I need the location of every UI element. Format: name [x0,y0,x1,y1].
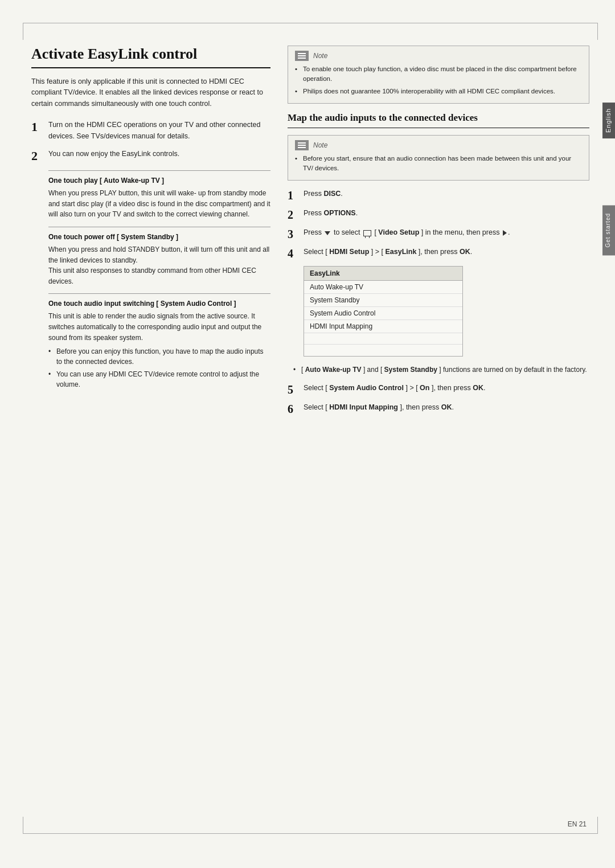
note-content-1: To enable one touch play function, a vid… [295,64,582,96]
subsection-one-touch-play: One touch play [ Auto Wake-up TV ] When … [48,170,270,220]
language-tab: English [602,103,615,138]
right-step-num-3: 3 [288,227,298,241]
right-step-4: 4 Select [ HDMI Setup ] > [ EasyLink ], … [288,247,589,260]
subsection-body-3: This unit is able to render the audio si… [48,311,270,343]
note-icon-lines-2 [298,142,306,148]
note-bullets-1: To enable one touch play function, a vid… [295,64,582,96]
right-step-3: 3 Press to select [ Video Setup ] in the… [288,227,589,241]
table-row: Auto Wake-up TV [304,281,462,294]
right-step-num-6: 6 [288,402,298,416]
step-number-2: 2 [31,149,43,163]
right-border-bottom [597,817,598,834]
right-step-content-4: Select [ HDMI Setup ] > [ EasyLink ], th… [304,247,589,257]
step-number-1: 1 [31,120,43,134]
right-step-content-1: Press DISC. [304,189,589,199]
page-container: English Get started Activate EasyLink co… [0,0,615,868]
note-icon-line [298,142,306,144]
note-bullet: Philips does not guarantee 100% interope… [295,87,582,96]
intro-text: This feature is only applicable if this … [31,76,270,109]
right-step-num-5: 5 [288,383,298,396]
easylink-table: EasyLink Auto Wake-up TV System Standby … [304,266,463,357]
table-row: System Audio Control [304,307,462,320]
table-note-container: [ Auto Wake-up TV ] and [ System Standby… [293,365,589,375]
note-label-1: Note [313,52,327,60]
table-note-list: [ Auto Wake-up TV ] and [ System Standby… [293,365,589,375]
note-icon-1 [295,51,309,61]
note-label-2: Note [313,141,327,149]
arrow-right-icon [503,230,507,236]
table-row-empty [304,333,462,345]
section-tab: Get started [602,205,615,255]
note-icon-line [298,58,306,59]
easylink-table-header: EasyLink [304,267,462,281]
subsection-audio-switching: One touch audio input switching [ System… [48,293,270,390]
main-title: Activate EasyLink control [31,46,270,68]
note-bullets-2: Before you start, ensure that an audio c… [295,154,582,174]
bullet-item: You can use any HDMI CEC TV/device remot… [48,369,270,390]
subsection-body-2: When you press and hold STANDBY button, … [48,244,270,286]
subsection-title-1: One touch play [ Auto Wake-up TV ] [48,177,270,185]
arrow-down-icon [325,231,330,235]
step-content-1: Turn on the HDMI CEC operations on your … [48,120,270,142]
right-step-content-3: Press to select [ Video Setup ] in the m… [304,227,589,238]
right-step-num-4: 4 [288,247,298,260]
left-step-1: 1 Turn on the HDMI CEC operations on you… [31,120,270,142]
left-border-bottom [23,817,23,834]
top-border [23,23,598,23]
section-heading: Map the audio inputs to the connected de… [288,112,589,128]
monitor-icon [363,230,371,236]
subsection-body-1: When you press PLAY button, this unit wi… [48,188,270,220]
right-step-num-2: 2 [288,208,298,222]
right-step-content-5: Select [ System Audio Control ] > [ On ]… [304,383,589,394]
note-header-2: Note [295,140,582,150]
note-box-2: Note Before you start, ensure that an au… [288,135,589,181]
note-icon-line [298,147,306,148]
table-note-bullet: [ Auto Wake-up TV ] and [ System Standby… [293,365,589,375]
right-step-content-2: Press OPTIONS. [304,208,589,219]
note-icon-line [298,53,306,54]
right-step-2: 2 Press OPTIONS. [288,208,589,222]
right-step-num-1: 1 [288,189,298,202]
content-area: Activate EasyLink control This feature i… [31,46,589,811]
left-column: Activate EasyLink control This feature i… [31,46,270,811]
left-border-top [23,23,23,40]
subsection-power-off: One touch power off [ System Standby ] W… [48,227,270,286]
step-content-2: You can now enjoy the EasyLink controls. [48,149,270,159]
left-step-2: 2 You can now enjoy the EasyLink control… [31,149,270,163]
table-row-empty [304,345,462,356]
subsection-title-2: One touch power off [ System Standby ] [48,233,270,241]
note-header-1: Note [295,51,582,61]
note-icon-lines [298,53,306,59]
bottom-border [23,833,598,834]
table-row: System Standby [304,294,462,307]
right-step-1: 1 Press DISC. [288,189,589,202]
subsection-title-3: One touch audio input switching [ System… [48,300,270,308]
page-footer: EN 21 [568,820,587,828]
note-icon-line [298,145,306,146]
subsection-bullets-3: Before you can enjoy this function, you … [48,346,270,390]
right-border-top [597,23,598,40]
note-icon-2 [295,140,309,150]
right-step-content-6: Select [ HDMI Input Mapping ], then pres… [304,402,589,413]
right-step-6: 6 Select [ HDMI Input Mapping ], then pr… [288,402,589,416]
table-row: HDMI Input Mapping [304,320,462,333]
note-bullet: To enable one touch play function, a vid… [295,64,582,84]
note-bullet: Before you start, ensure that an audio c… [295,154,582,174]
right-step-5: 5 Select [ System Audio Control ] > [ On… [288,383,589,396]
note-box-1: Note To enable one touch play function, … [288,46,589,104]
note-content-2: Before you start, ensure that an audio c… [295,154,582,174]
bullet-item: Before you can enjoy this function, you … [48,346,270,367]
right-column: Note To enable one touch play function, … [288,46,589,811]
note-icon-line [298,55,306,56]
